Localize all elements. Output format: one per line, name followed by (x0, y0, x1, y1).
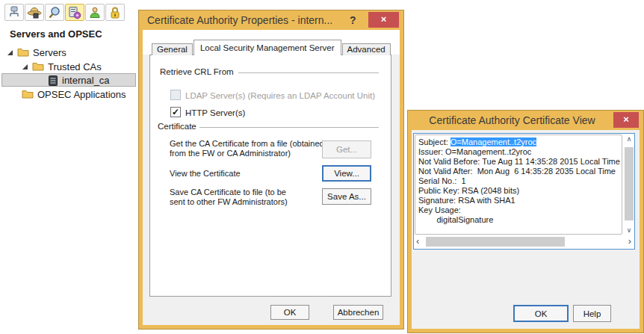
ok-button[interactable]: OK (513, 305, 569, 322)
view-certificate-label: View the Certificate (170, 169, 241, 179)
tree-item-label: internal_ca (62, 75, 110, 86)
lock-icon (110, 6, 120, 19)
dialog-titlebar[interactable]: Certificate Authority Properties - inter… (139, 10, 403, 30)
http-servers-checkbox-label: HTTP Server(s) (185, 108, 245, 117)
tree-item-internal-ca[interactable]: internal_ca (1, 73, 136, 87)
servers-opsec-button[interactable] (65, 4, 84, 21)
save-certificate-label-line1: Save CA Certificate to file (to be (170, 188, 286, 197)
user-icon (89, 7, 101, 19)
services-button[interactable] (25, 4, 44, 21)
tree-item-label: Servers (33, 47, 66, 58)
tree-item-label: Trusted CAs (48, 61, 102, 72)
http-servers-checkbox[interactable]: ✓ (170, 107, 181, 117)
application-window: Servers and OPSEC Servers Trusted CAs (0, 0, 644, 334)
dialog-title: Certificate Authority Certificate View (415, 111, 609, 130)
help-icon[interactable]: ? (350, 10, 356, 30)
subject-selected-text: O=Management..t2yroc (451, 137, 536, 146)
tab-local-security-management-server[interactable]: Local Security Management Server (193, 40, 341, 55)
get-button[interactable]: Get... (322, 140, 371, 158)
network-objects-button[interactable] (4, 4, 24, 21)
folder-icon (22, 89, 34, 99)
network-icon (7, 6, 21, 19)
cancel-button[interactable]: Abbrechen (333, 305, 383, 320)
save-as-button[interactable]: Save As... (322, 188, 371, 205)
group-divider (199, 127, 379, 128)
cert-line: Key Usage: (418, 205, 622, 215)
scroll-left-icon[interactable]: ‹ (416, 236, 419, 247)
hat-icon (27, 6, 42, 19)
ldap-servers-checkbox-label: LDAP Server(s) (Requires an LDAP Account… (185, 91, 375, 100)
folder-icon (17, 47, 29, 57)
scroll-right-icon[interactable]: › (628, 236, 631, 247)
search-icon (48, 6, 61, 19)
certificate-group-label: Certificate (158, 122, 196, 131)
close-button[interactable]: × (613, 112, 639, 128)
folder-icon (32, 61, 44, 71)
expand-arrow-icon[interactable] (22, 64, 28, 69)
search-button[interactable] (45, 4, 64, 21)
tab-page: Retrieve CRL From LDAP Server(s) (Requir… (149, 55, 391, 297)
crl-group-label: Retrieve CRL From (160, 67, 234, 76)
ldap-servers-checkbox[interactable] (170, 90, 181, 100)
horizontal-scrollbar[interactable]: ‹ › (415, 236, 634, 248)
group-divider (238, 72, 379, 73)
tab-advanced[interactable]: Advanced (342, 43, 391, 55)
vertical-scrollbar[interactable]: ∧ ∨ (624, 134, 634, 235)
scrollbar-thumb[interactable] (426, 237, 565, 247)
scrollbar-thumb[interactable] (625, 147, 634, 220)
tree-item-label: OPSEC Applications (37, 89, 126, 100)
dialog-body: Subject: O=Management..t2yroc Issuer: O=… (412, 130, 640, 329)
tab-strip: General Local Security Management Server… (152, 40, 391, 55)
save-certificate-label-line2: sent to other FW Administrators) (170, 197, 288, 207)
dialog-titlebar[interactable]: Certificate Authority Certificate View × (408, 111, 643, 130)
certificate-authority-properties-dialog: Certificate Authority Properties - inter… (139, 10, 403, 329)
ca-document-icon (49, 75, 58, 86)
cert-line: Not Valid Before: Tue Aug 11 14:35:28 20… (418, 157, 622, 167)
get-certificate-label-line1: Get the CA Certificate from a file (obta… (170, 139, 324, 149)
get-certificate-label-line2: from the FW or CA Administrator) (170, 149, 291, 158)
expand-arrow-icon[interactable] (7, 50, 13, 55)
cert-line: Not Valid After: Mon Aug 6 14:35:28 2035… (418, 167, 622, 176)
vpn-communities-button[interactable] (105, 4, 125, 21)
help-button[interactable]: Help (573, 305, 611, 322)
cert-line: Signature: RSA with SHA1 (418, 196, 622, 205)
dialog-title: Certificate Authority Properties - inter… (147, 10, 332, 30)
server-gear-icon (68, 6, 81, 19)
subject-prefix: Subject: (418, 137, 451, 146)
scroll-up-icon[interactable]: ∧ (624, 135, 634, 143)
certificate-view-dialog: Certificate Authority Certificate View ×… (408, 111, 643, 333)
tree-item-trusted-cas[interactable]: Trusted CAs (1, 60, 136, 73)
tree-item-servers[interactable]: Servers (1, 46, 136, 59)
scroll-down-icon[interactable]: ∨ (624, 226, 634, 234)
view-button[interactable]: View... (322, 165, 371, 182)
dialog-body: General Local Security Management Server… (143, 30, 400, 325)
cert-line: Issuer: O=Management..t2yroc (418, 147, 622, 157)
tab-general[interactable]: General (152, 43, 193, 55)
certificate-text[interactable]: Subject: O=Management..t2yroc Issuer: O=… (415, 134, 622, 235)
ok-button[interactable]: OK (270, 305, 309, 320)
cert-line-subject: Subject: O=Management..t2yroc (418, 137, 622, 147)
cert-line: Serial No.: 1 (418, 176, 622, 186)
cert-line: digitalSignature (418, 215, 622, 225)
close-button[interactable]: × (368, 12, 399, 28)
cert-line: Public Key: RSA (2048 bits) (418, 186, 622, 196)
tree-header: Servers and OPSEC (10, 28, 102, 40)
tree-item-opsec-applications[interactable]: OPSEC Applications (1, 87, 136, 101)
users-button[interactable] (85, 4, 105, 21)
certificate-details-view[interactable]: Subject: O=Management..t2yroc Issuer: O=… (413, 133, 635, 250)
